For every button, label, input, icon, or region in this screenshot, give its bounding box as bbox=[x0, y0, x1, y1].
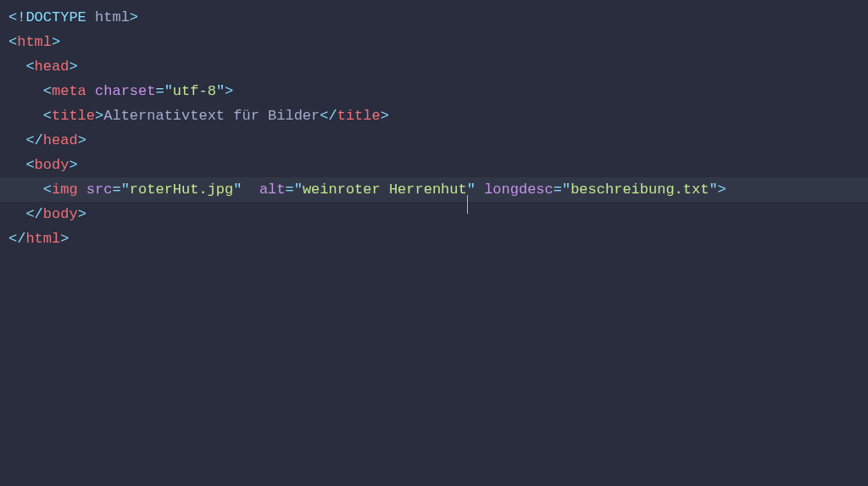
tag-meta: meta bbox=[52, 83, 86, 99]
code-line-active[interactable]: <img src="roterHut.jpg" alt="weinroter H… bbox=[0, 177, 868, 202]
space bbox=[476, 182, 484, 198]
code-line[interactable]: </body> bbox=[0, 202, 868, 226]
punct-lt: < bbox=[43, 108, 52, 124]
punct-gt: > bbox=[225, 83, 233, 99]
indent bbox=[8, 108, 43, 124]
tag-body: body bbox=[43, 206, 78, 222]
code-editor[interactable]: <!DOCTYPE html> <html> <head> <meta char… bbox=[0, 5, 868, 481]
punct-quote: " bbox=[164, 83, 173, 99]
string-longdesc: beschreibung.txt bbox=[570, 182, 709, 198]
title-text: Alternativtext für Bilder bbox=[103, 108, 320, 124]
tag-html: html bbox=[25, 231, 60, 247]
punct-quote: " bbox=[216, 83, 225, 99]
space bbox=[86, 83, 95, 99]
punct-lt: < bbox=[43, 83, 52, 99]
attr-longdesc: longdesc bbox=[484, 182, 554, 198]
punct-lt: < bbox=[43, 182, 52, 198]
tag-html: html bbox=[17, 34, 52, 50]
doctype-name: html bbox=[95, 9, 130, 25]
punct-lt: < bbox=[25, 59, 34, 75]
punct-quote: " bbox=[233, 182, 242, 198]
tag-head: head bbox=[43, 132, 78, 148]
punct-quote: " bbox=[562, 182, 570, 198]
punct-gt: > bbox=[52, 34, 60, 50]
punct-gt: > bbox=[381, 108, 389, 124]
punct-quote: " bbox=[709, 182, 717, 198]
space bbox=[78, 182, 86, 198]
punct-quote: " bbox=[121, 182, 130, 198]
indent bbox=[8, 157, 25, 173]
punct-eq: = bbox=[155, 83, 164, 99]
indent bbox=[8, 59, 25, 75]
string-src: roterHut.jpg bbox=[130, 182, 233, 198]
indent bbox=[8, 182, 43, 198]
code-line[interactable]: <title>Alternativtext für Bilder</title> bbox=[0, 103, 868, 128]
punct-eq: = bbox=[285, 182, 293, 198]
punct-gt: > bbox=[718, 182, 726, 198]
punct-ltslash: </ bbox=[320, 108, 337, 124]
punct-lt: < bbox=[8, 34, 17, 50]
punct-gt: > bbox=[69, 157, 77, 173]
punct-quote: " bbox=[467, 182, 476, 198]
punct-gt: > bbox=[69, 59, 77, 75]
attr-src: src bbox=[86, 182, 113, 198]
punct-gt: > bbox=[60, 231, 69, 247]
string-utf8: utf-8 bbox=[173, 83, 216, 99]
punct-doctype-open: <! bbox=[8, 9, 25, 25]
indent bbox=[8, 206, 25, 222]
attr-charset: charset bbox=[95, 83, 155, 99]
punct-lt: < bbox=[25, 157, 34, 173]
string-alt: weinroter Herrenhut bbox=[303, 182, 467, 198]
code-line[interactable]: <!DOCTYPE html> bbox=[0, 5, 868, 30]
tag-title: title bbox=[52, 108, 95, 124]
code-line[interactable]: </html> bbox=[0, 226, 868, 251]
code-line[interactable]: </head> bbox=[0, 128, 868, 153]
attr-alt: alt bbox=[259, 182, 286, 198]
tag-head: head bbox=[35, 59, 70, 75]
punct-gt: > bbox=[78, 206, 86, 222]
code-line[interactable]: <meta charset="utf-8"> bbox=[0, 79, 868, 103]
punct-ltslash: </ bbox=[8, 231, 25, 247]
indent bbox=[8, 83, 43, 99]
punct-gt: > bbox=[130, 9, 138, 25]
punct-eq: = bbox=[112, 182, 120, 198]
space bbox=[242, 182, 259, 198]
punct-ltslash: </ bbox=[25, 206, 42, 222]
tag-body: body bbox=[35, 157, 70, 173]
tag-title: title bbox=[337, 108, 381, 124]
punct-eq: = bbox=[554, 182, 562, 198]
doctype-keyword: DOCTYPE bbox=[25, 9, 86, 25]
indent bbox=[8, 132, 25, 148]
code-line[interactable]: <html> bbox=[0, 30, 868, 54]
code-line[interactable]: <head> bbox=[0, 54, 868, 79]
doctype-space bbox=[86, 9, 95, 25]
punct-ltslash: </ bbox=[25, 132, 42, 148]
punct-gt: > bbox=[78, 132, 86, 148]
punct-gt: > bbox=[95, 108, 103, 124]
punct-quote: " bbox=[294, 182, 303, 198]
tag-img: img bbox=[52, 182, 78, 198]
code-line[interactable]: <body> bbox=[0, 153, 868, 177]
